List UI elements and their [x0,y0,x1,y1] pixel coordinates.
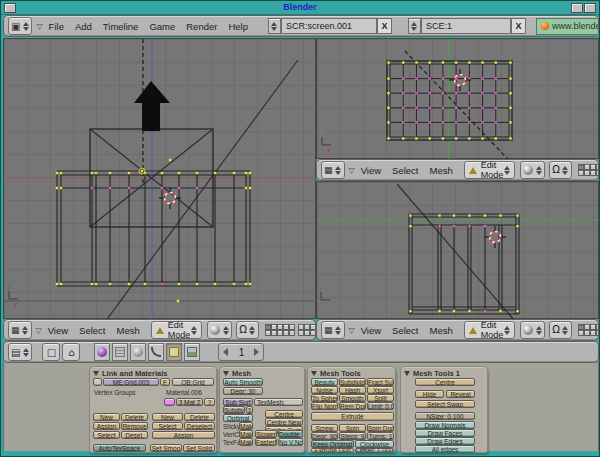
viewport-side-canvas[interactable]: zy [317,182,600,320]
all-edges-toggle[interactable]: All edges [415,445,475,453]
vgroup-select-button[interactable]: Select [93,431,120,439]
pivot-dropdown[interactable]: Ω [549,161,572,179]
window-maximize-button[interactable] [584,3,596,13]
material-color-swatch[interactable] [164,398,175,406]
no-vnormal-flip-toggle[interactable]: No V.Normal Flip [278,438,303,446]
hide-button[interactable]: Hide [415,390,444,398]
hash-button[interactable]: Hash [339,386,366,394]
vgroup-deselect-button[interactable]: Desel. [121,431,148,439]
menu-file[interactable]: File [49,21,64,32]
steps-field[interactable]: Steps: 9 [339,432,366,440]
screw-button[interactable]: Screw [311,424,338,432]
subsurf-toggle[interactable]: Sub Surf [223,398,253,406]
layer-button[interactable] [310,330,316,336]
header-collapse-icon[interactable]: ▽ [36,22,42,31]
pivot-dropdown[interactable]: Ω [549,321,572,339]
menu-select[interactable]: Select [392,165,418,176]
panel-header[interactable]: Link and Materials [93,369,167,378]
menu-mesh[interactable]: Mesh [430,165,453,176]
split-button[interactable]: Split [367,394,394,402]
home-button[interactable]: ⌂ [62,343,80,361]
screen-name-field[interactable]: SCR:screen.001 [281,18,377,34]
select-swap-button[interactable]: Select Swap [415,400,475,408]
auto-smooth-toggle[interactable]: Auto Smooth [223,378,263,386]
draw-edges-toggle[interactable]: Draw Edges [415,437,475,445]
menu-select[interactable]: Select [392,325,418,336]
viewport-top-canvas[interactable]: yx [317,39,600,160]
keep-original-toggle[interactable]: Keep Original [311,440,354,448]
subdiv-render-field[interactable]: 1 [246,406,253,414]
draw-faces-toggle[interactable]: Draw Faces [415,429,475,437]
frame-prev-icon[interactable] [223,348,228,356]
centre-button[interactable]: Centre [415,378,475,386]
window-type-dropdown[interactable]: ▤ [8,343,32,361]
texface-make-button[interactable]: Make [239,438,253,446]
menu-view[interactable]: View [361,325,381,336]
window-type-dropdown[interactable]: ▣ [8,17,32,35]
scene-name-field[interactable]: SCE:1 [421,18,511,34]
degr-field[interactable]: Degr: 30 [223,387,263,395]
scene-close-button[interactable]: X [511,18,526,34]
viewport-type-dropdown[interactable]: ▦ [8,321,32,339]
mesh-browse-button[interactable] [93,378,102,386]
vgroup-new-button[interactable]: New [93,413,120,421]
material-new-button[interactable]: New [152,413,183,421]
layer-buttons[interactable] [265,324,316,336]
menu-add[interactable]: Add [75,21,92,32]
viewport-type-dropdown[interactable]: ▦ [321,321,345,339]
clockwise-toggle[interactable]: Clockwise [355,440,394,448]
layer-button[interactable] [289,330,295,336]
spin-dup-button[interactable]: Spin Dup [367,424,394,432]
mesh-name-field[interactable]: ME:Grid.003 [103,378,159,386]
curve-context-button[interactable] [148,343,164,361]
window-iconify-button[interactable] [571,3,583,13]
set-smooth-button[interactable]: Set Smoo [150,444,182,452]
pivot-dropdown[interactable]: Ω [236,321,259,339]
faster-draw-button[interactable]: FasterDraw [255,438,277,446]
header-collapse-icon[interactable]: ▽ [36,326,42,335]
offset-field[interactable]: Offset: 1.000 [355,448,394,453]
turns-field[interactable]: Turns: 1 [367,432,394,440]
layer-buttons[interactable] [578,324,599,336]
draw-normals-toggle[interactable]: Draw Normals [415,421,475,429]
panel-header[interactable]: Mesh [223,369,251,378]
menu-timeline[interactable]: Timeline [103,21,139,32]
menu-view[interactable]: View [48,325,68,336]
layer-button[interactable] [596,170,599,176]
blender-org-link[interactable]: www.blender.org 231 [536,18,599,35]
flip-normals-button[interactable]: Flip Norm [311,402,338,410]
layer-button[interactable] [596,330,599,336]
scene-context-button[interactable] [184,343,200,361]
panels-alignment-button[interactable]: □ [42,343,60,361]
vgroup-assign-button[interactable]: Assign [93,422,120,430]
header-collapse-icon[interactable]: ▽ [349,166,355,175]
fake-user-button[interactable]: F [160,378,170,386]
centre-new-button[interactable]: Centre New [265,418,303,426]
object-context-button[interactable] [130,343,146,361]
object-name-field[interactable]: OB:Grid [172,378,214,386]
limit-field[interactable]: Limit: 0.001 [367,402,394,410]
window-titlebar[interactable]: Blender [1,1,599,15]
centre-button[interactable]: Centre [265,410,303,418]
header-collapse-icon[interactable]: ▽ [349,326,355,335]
material-select-button[interactable]: Select [152,422,183,430]
menu-view[interactable]: View [361,165,381,176]
vgroup-delete-button[interactable]: Delete [121,413,148,421]
fract-subd-button[interactable]: Fract Subd [367,378,394,386]
screen-browse-button[interactable] [268,18,281,34]
smooth-button[interactable]: Smooth [339,394,366,402]
spin-button[interactable]: Spin [339,424,366,432]
optimal-toggle[interactable]: Optimal [223,414,253,422]
subdivide-button[interactable]: Subdivide [339,378,366,386]
slower-draw-button[interactable]: SlowerDraw [255,430,277,438]
xsort-button[interactable]: Xsort [367,386,394,394]
menu-mesh[interactable]: Mesh [430,325,453,336]
screen-close-button[interactable]: X [377,18,392,34]
frame-stepper[interactable]: 1 [218,343,264,361]
noise-button[interactable]: Noise [311,386,338,394]
frame-next-icon[interactable] [254,348,259,356]
material-index-stepper[interactable]: 3 Mat 2 [176,398,203,406]
vgroup-remove-button[interactable]: Remove [121,422,148,430]
nsize-field[interactable]: NSize: 0.100 [415,412,475,420]
double-sided-toggle[interactable]: Double Sided [278,430,303,438]
